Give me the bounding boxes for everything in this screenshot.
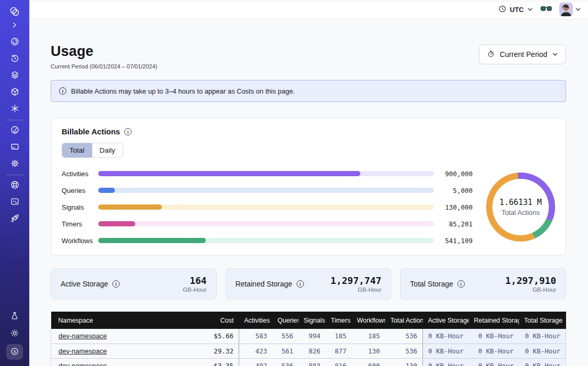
total-storage-cell: 0 KB-Hour <box>519 344 566 358</box>
billing-card-icon <box>10 142 20 153</box>
info-icon: i <box>59 87 66 95</box>
sidebar-divider <box>6 175 23 175</box>
chevron-down-icon <box>527 6 533 13</box>
chart-row-workflows: Workflows 541,109 <box>62 236 473 245</box>
storage-summary-row: Active Storage i 164 GB-Hour Retained St… <box>51 268 566 300</box>
namespace-link[interactable]: dev-namespace <box>58 332 107 340</box>
sidebar-item-usage[interactable] <box>6 124 23 138</box>
chevron-down-icon <box>552 51 558 58</box>
layers-icon <box>10 70 20 82</box>
workflows-cell: 600 <box>352 358 385 366</box>
signals-cell: 826 <box>299 344 326 358</box>
sidebar-item-support[interactable] <box>6 179 23 192</box>
column-header: Active Storage <box>423 312 469 329</box>
sidebar: $ <box>0 0 30 366</box>
active-storage-card: Active Storage i 164 GB-Hour <box>51 268 217 300</box>
sidebar-item-schedules[interactable] <box>6 52 23 66</box>
preview-mode-button[interactable] <box>540 5 552 14</box>
active-storage-cell: 0 KB-Hour <box>423 358 469 366</box>
tab-total[interactable]: Total <box>62 143 92 157</box>
gear-icon <box>10 158 20 170</box>
sidebar-item-getting-started[interactable] <box>6 212 23 226</box>
storage-card-label: Retained Storage <box>236 280 292 288</box>
queries-cell: 536 <box>273 358 299 366</box>
total-actions-value: 1.66131 M <box>499 198 542 207</box>
info-icon[interactable]: i <box>457 280 465 288</box>
chart-row-timers: Timers 85,201 <box>62 220 473 228</box>
workflows-cell: 185 <box>352 329 385 344</box>
svg-text:$: $ <box>14 349 16 353</box>
info-icon[interactable]: i <box>112 280 120 288</box>
sidebar-item-nexus[interactable] <box>6 102 23 116</box>
info-icon[interactable]: i <box>124 128 132 135</box>
active-storage-cell: 0 KB-Hour <box>423 344 469 358</box>
sidebar-item-namespaces[interactable] <box>6 36 23 49</box>
glasses-icon <box>540 5 552 14</box>
column-header: Cost <box>183 312 239 329</box>
page-title: Usage <box>51 43 157 60</box>
period-button-label: Current Period <box>500 50 547 59</box>
activities-cell: 583 <box>239 329 273 344</box>
timers-cell: 877 <box>326 344 352 358</box>
chart-bar-track <box>98 204 434 210</box>
signals-cell: 883 <box>299 358 326 366</box>
chevron-down-icon <box>575 6 581 13</box>
dollar-coin-icon: $ <box>10 347 19 358</box>
storage-card-value: 1,297,747 <box>331 275 382 286</box>
stopwatch-icon <box>487 50 495 60</box>
nexus-asterisk-icon <box>10 104 20 115</box>
table-header-row: Namespace Cost Activities Queries Signal… <box>51 312 566 329</box>
tab-daily[interactable]: Daily <box>92 143 123 157</box>
sidebar-item-theme[interactable] <box>6 327 23 340</box>
info-banner: i Billable Actions may take up to 3–4 ho… <box>51 80 566 102</box>
storage-card-label: Active Storage <box>61 280 108 288</box>
rocket-icon <box>10 213 20 225</box>
column-header: Workflows <box>352 312 385 329</box>
column-header: Retained Storage <box>469 312 519 329</box>
topbar: UTC <box>30 3 588 19</box>
cost-cell: $3.35 <box>183 358 239 366</box>
flask-icon <box>10 311 19 322</box>
retained-storage-cell: 0 KB-Hour <box>469 344 519 358</box>
sidebar-item-credits[interactable]: $ <box>6 344 23 360</box>
sidebar-item-settings[interactable] <box>6 157 23 171</box>
sidebar-item-deployments[interactable] <box>6 86 23 99</box>
total-storage-card: Total Storage i 1,297,910 GB-Hour <box>400 268 566 300</box>
storage-card-label: Total Storage <box>410 280 453 288</box>
namespace-link[interactable]: dev-namespace <box>58 347 107 355</box>
sidebar-item-labs[interactable] <box>6 310 23 323</box>
chart-bar-track <box>98 221 434 226</box>
timezone-selector[interactable]: UTC <box>498 5 533 15</box>
workflows-cell: 130 <box>352 344 385 358</box>
namespace-link[interactable]: dev-namespace <box>58 362 107 366</box>
billable-actions-chart: Activities 900,000 Queries 5,000 <box>62 169 555 245</box>
chart-bar-fill <box>98 204 162 210</box>
total-actions-cell: 536 <box>385 344 423 358</box>
storage-card-value: 164 <box>183 275 206 286</box>
info-icon[interactable]: i <box>297 280 304 288</box>
chart-bar-track <box>98 171 434 176</box>
activities-cell: 492 <box>239 358 273 366</box>
cost-cell: 29.32 <box>183 344 239 358</box>
total-actions-cell: 130 <box>385 358 423 366</box>
column-header: Activities <box>239 312 273 329</box>
period-selector-button[interactable]: Current Period <box>479 44 566 64</box>
chart-value-label: 900,000 <box>434 170 473 178</box>
billable-actions-card: Billable Actions i Total Daily Activitie… <box>51 118 566 256</box>
feedback-terminal-icon <box>10 197 20 208</box>
user-menu[interactable] <box>559 3 581 16</box>
chart-bar-fill <box>98 188 115 193</box>
sidebar-expand-button[interactable] <box>6 19 23 32</box>
cost-cell: $5.66 <box>183 329 239 344</box>
temporal-logo-icon <box>9 6 20 19</box>
active-storage-cell: 0 KB-Hour <box>423 329 469 344</box>
sidebar-item-batch[interactable] <box>6 69 23 83</box>
chart-category-label: Queries <box>62 187 98 195</box>
retained-storage-cell: 0 KB-Hour <box>469 358 519 366</box>
table-row: dev-namespace 29.32 423 561 826 877 130 … <box>51 344 566 358</box>
activities-cell: 423 <box>239 344 273 358</box>
sidebar-item-feedback[interactable] <box>6 196 23 209</box>
sidebar-item-billing[interactable] <box>6 141 23 154</box>
temporal-logo[interactable] <box>6 5 23 19</box>
page-content: Usage Current Period (06/01/2024 – 07/01… <box>30 19 588 366</box>
